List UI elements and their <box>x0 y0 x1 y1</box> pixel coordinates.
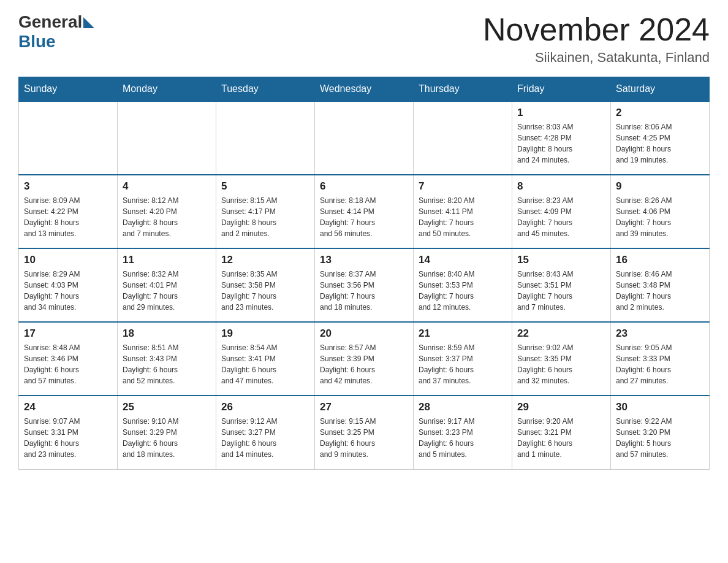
day-number: 21 <box>419 327 507 340</box>
day-number: 16 <box>616 254 704 266</box>
day-number: 6 <box>320 180 408 193</box>
location-title: Siikainen, Satakunta, Finland <box>483 50 710 66</box>
calendar-cell <box>118 101 216 175</box>
day-info: Sunrise: 8:18 AMSunset: 4:14 PMDaylight:… <box>320 195 408 239</box>
weekday-header-friday: Friday <box>512 77 611 102</box>
calendar-cell: 9Sunrise: 8:26 AMSunset: 4:06 PMDaylight… <box>611 175 710 248</box>
weekday-header-sunday: Sunday <box>19 77 118 102</box>
day-number: 11 <box>123 254 211 266</box>
day-number: 10 <box>24 254 112 266</box>
day-number: 14 <box>419 254 507 266</box>
day-info: Sunrise: 8:46 AMSunset: 3:48 PMDaylight:… <box>616 269 704 313</box>
day-info: Sunrise: 8:48 AMSunset: 3:46 PMDaylight:… <box>24 342 112 386</box>
day-info: Sunrise: 9:15 AMSunset: 3:25 PMDaylight:… <box>320 416 408 460</box>
week-row-5: 24Sunrise: 9:07 AMSunset: 3:31 PMDayligh… <box>19 396 710 469</box>
day-info: Sunrise: 9:12 AMSunset: 3:27 PMDaylight:… <box>221 416 309 460</box>
day-info: Sunrise: 9:17 AMSunset: 3:23 PMDaylight:… <box>419 416 507 460</box>
day-info: Sunrise: 8:23 AMSunset: 4:09 PMDaylight:… <box>517 195 605 239</box>
week-row-3: 10Sunrise: 8:29 AMSunset: 4:03 PMDayligh… <box>19 248 710 322</box>
calendar-cell: 23Sunrise: 9:05 AMSunset: 3:33 PMDayligh… <box>611 322 710 396</box>
day-number: 13 <box>320 254 408 266</box>
calendar-cell: 8Sunrise: 8:23 AMSunset: 4:09 PMDaylight… <box>512 175 611 248</box>
calendar-cell: 30Sunrise: 9:22 AMSunset: 3:20 PMDayligh… <box>611 396 710 469</box>
day-number: 30 <box>616 401 704 413</box>
calendar-cell: 22Sunrise: 9:02 AMSunset: 3:35 PMDayligh… <box>512 322 611 396</box>
calendar-cell <box>216 101 315 175</box>
weekday-header-row: SundayMondayTuesdayWednesdayThursdayFrid… <box>19 77 710 102</box>
day-info: Sunrise: 8:37 AMSunset: 3:56 PMDaylight:… <box>320 269 408 313</box>
day-info: Sunrise: 8:57 AMSunset: 3:39 PMDaylight:… <box>320 342 408 386</box>
title-section: November 2024 Siikainen, Satakunta, Finl… <box>483 12 710 66</box>
day-number: 8 <box>517 180 605 193</box>
day-info: Sunrise: 8:26 AMSunset: 4:06 PMDaylight:… <box>616 195 704 239</box>
calendar-cell: 26Sunrise: 9:12 AMSunset: 3:27 PMDayligh… <box>216 396 315 469</box>
calendar-cell: 15Sunrise: 8:43 AMSunset: 3:51 PMDayligh… <box>512 248 611 322</box>
week-row-1: 1Sunrise: 8:03 AMSunset: 4:28 PMDaylight… <box>19 101 710 175</box>
day-info: Sunrise: 8:09 AMSunset: 4:22 PMDaylight:… <box>24 195 112 239</box>
calendar-cell: 10Sunrise: 8:29 AMSunset: 4:03 PMDayligh… <box>19 248 118 322</box>
logo-arrow-icon <box>83 17 94 28</box>
calendar-cell: 20Sunrise: 8:57 AMSunset: 3:39 PMDayligh… <box>315 322 414 396</box>
day-info: Sunrise: 8:03 AMSunset: 4:28 PMDaylight:… <box>517 121 605 166</box>
day-number: 25 <box>123 401 211 413</box>
day-info: Sunrise: 8:35 AMSunset: 3:58 PMDaylight:… <box>221 269 309 313</box>
page-header: General Blue November 2024 Siikainen, Sa… <box>18 12 710 66</box>
day-number: 24 <box>24 401 112 413</box>
day-number: 18 <box>123 327 211 340</box>
day-number: 7 <box>419 180 507 193</box>
day-info: Sunrise: 8:43 AMSunset: 3:51 PMDaylight:… <box>517 269 605 313</box>
calendar-cell: 28Sunrise: 9:17 AMSunset: 3:23 PMDayligh… <box>414 396 512 469</box>
day-info: Sunrise: 9:02 AMSunset: 3:35 PMDaylight:… <box>517 342 605 386</box>
calendar-cell: 7Sunrise: 8:20 AMSunset: 4:11 PMDaylight… <box>414 175 512 248</box>
day-info: Sunrise: 8:54 AMSunset: 3:41 PMDaylight:… <box>221 342 309 386</box>
day-info: Sunrise: 8:15 AMSunset: 4:17 PMDaylight:… <box>221 195 309 239</box>
day-number: 9 <box>616 180 704 193</box>
logo-blue-text: Blue <box>18 32 56 52</box>
day-number: 28 <box>419 401 507 413</box>
day-number: 12 <box>221 254 309 266</box>
day-info: Sunrise: 8:20 AMSunset: 4:11 PMDaylight:… <box>419 195 507 239</box>
day-number: 1 <box>517 107 605 119</box>
day-info: Sunrise: 8:06 AMSunset: 4:25 PMDaylight:… <box>616 121 704 166</box>
calendar-cell: 29Sunrise: 9:20 AMSunset: 3:21 PMDayligh… <box>512 396 611 469</box>
calendar-cell: 14Sunrise: 8:40 AMSunset: 3:53 PMDayligh… <box>414 248 512 322</box>
day-number: 3 <box>24 180 112 193</box>
calendar-cell: 11Sunrise: 8:32 AMSunset: 4:01 PMDayligh… <box>118 248 216 322</box>
calendar-cell: 6Sunrise: 8:18 AMSunset: 4:14 PMDaylight… <box>315 175 414 248</box>
day-number: 15 <box>517 254 605 266</box>
day-number: 2 <box>616 107 704 119</box>
weekday-header-saturday: Saturday <box>611 77 710 102</box>
day-number: 23 <box>616 327 704 340</box>
calendar-cell: 17Sunrise: 8:48 AMSunset: 3:46 PMDayligh… <box>19 322 118 396</box>
calendar-cell: 13Sunrise: 8:37 AMSunset: 3:56 PMDayligh… <box>315 248 414 322</box>
calendar-cell <box>414 101 512 175</box>
day-info: Sunrise: 9:20 AMSunset: 3:21 PMDaylight:… <box>517 416 605 460</box>
calendar-cell: 4Sunrise: 8:12 AMSunset: 4:20 PMDaylight… <box>118 175 216 248</box>
calendar-cell <box>19 101 118 175</box>
weekday-header-thursday: Thursday <box>414 77 512 102</box>
calendar-cell: 1Sunrise: 8:03 AMSunset: 4:28 PMDaylight… <box>512 101 611 175</box>
day-number: 29 <box>517 401 605 413</box>
calendar-cell <box>315 101 414 175</box>
calendar-cell: 25Sunrise: 9:10 AMSunset: 3:29 PMDayligh… <box>118 396 216 469</box>
calendar-cell: 24Sunrise: 9:07 AMSunset: 3:31 PMDayligh… <box>19 396 118 469</box>
day-info: Sunrise: 8:12 AMSunset: 4:20 PMDaylight:… <box>123 195 211 239</box>
calendar-cell: 12Sunrise: 8:35 AMSunset: 3:58 PMDayligh… <box>216 248 315 322</box>
calendar-cell: 5Sunrise: 8:15 AMSunset: 4:17 PMDaylight… <box>216 175 315 248</box>
calendar-cell: 27Sunrise: 9:15 AMSunset: 3:25 PMDayligh… <box>315 396 414 469</box>
day-info: Sunrise: 8:32 AMSunset: 4:01 PMDaylight:… <box>123 269 211 313</box>
day-number: 20 <box>320 327 408 340</box>
day-info: Sunrise: 8:29 AMSunset: 4:03 PMDaylight:… <box>24 269 112 313</box>
calendar-cell: 18Sunrise: 8:51 AMSunset: 3:43 PMDayligh… <box>118 322 216 396</box>
day-info: Sunrise: 8:59 AMSunset: 3:37 PMDaylight:… <box>419 342 507 386</box>
logo-general-text: General <box>18 12 82 32</box>
week-row-2: 3Sunrise: 8:09 AMSunset: 4:22 PMDaylight… <box>19 175 710 248</box>
day-info: Sunrise: 8:51 AMSunset: 3:43 PMDaylight:… <box>123 342 211 386</box>
calendar-cell: 3Sunrise: 8:09 AMSunset: 4:22 PMDaylight… <box>19 175 118 248</box>
day-number: 27 <box>320 401 408 413</box>
month-title: November 2024 <box>483 12 710 47</box>
weekday-header-monday: Monday <box>118 77 216 102</box>
day-info: Sunrise: 9:10 AMSunset: 3:29 PMDaylight:… <box>123 416 211 460</box>
week-row-4: 17Sunrise: 8:48 AMSunset: 3:46 PMDayligh… <box>19 322 710 396</box>
weekday-header-wednesday: Wednesday <box>315 77 414 102</box>
